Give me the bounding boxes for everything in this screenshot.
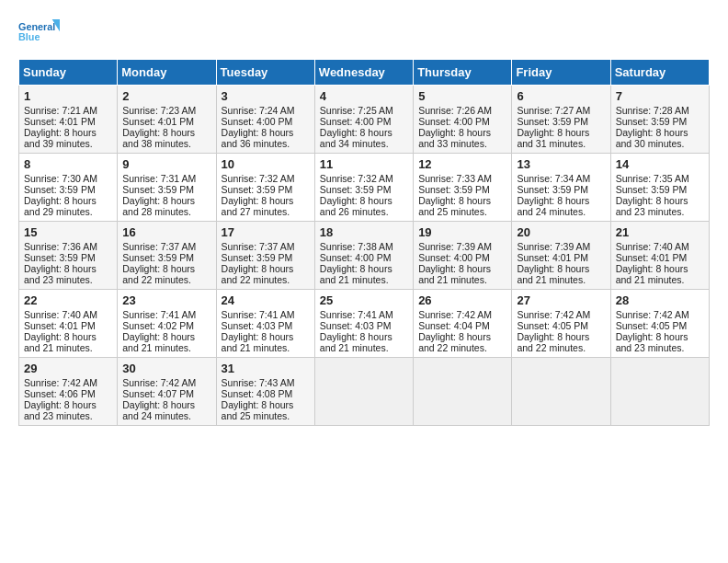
sunset-label: Sunset: 4:01 PM [616,252,688,263]
sunset-label: Sunset: 4:01 PM [24,320,96,331]
svg-text:Blue: Blue [18,31,40,42]
daylight-label: Daylight: 8 hours and 26 minutes. [320,195,392,217]
sunrise-label: Sunrise: 7:38 AM [320,241,393,252]
sunrise-label: Sunrise: 7:41 AM [122,309,196,320]
calendar-header-row: SundayMondayTuesdayWednesdayThursdayFrid… [19,60,710,86]
daylight-label: Daylight: 8 hours and 22 minutes. [122,263,195,285]
daylight-label: Daylight: 8 hours and 25 minutes. [418,195,491,217]
calendar-cell: 3 Sunrise: 7:24 AM Sunset: 4:00 PM Dayli… [216,86,314,154]
calendar-cell: 1 Sunrise: 7:21 AM Sunset: 4:01 PM Dayli… [19,86,118,154]
day-number: 14 [616,157,704,171]
sunrise-label: Sunrise: 7:23 AM [122,105,196,116]
sunrise-label: Sunrise: 7:28 AM [616,105,689,116]
calendar-cell: 19 Sunrise: 7:39 AM Sunset: 4:00 PM Dayl… [414,222,512,290]
logo: General Blue [18,15,64,52]
day-number: 23 [122,293,210,307]
day-number: 20 [517,225,605,239]
sunset-label: Sunset: 4:04 PM [418,320,490,331]
calendar-cell: 24 Sunrise: 7:41 AM Sunset: 4:03 PM Dayl… [216,290,314,358]
sunset-label: Sunset: 3:59 PM [616,184,688,195]
sunset-label: Sunset: 3:59 PM [222,184,293,195]
calendar-cell: 8 Sunrise: 7:30 AM Sunset: 3:59 PM Dayli… [19,154,118,222]
calendar-header-wednesday: Wednesday [314,60,413,86]
calendar-header-tuesday: Tuesday [216,60,314,86]
day-number: 9 [122,157,210,171]
sunrise-label: Sunrise: 7:41 AM [320,309,393,320]
daylight-label: Daylight: 8 hours and 21 minutes. [24,331,97,353]
calendar-week-row: 22 Sunrise: 7:40 AM Sunset: 4:01 PM Dayl… [19,290,710,358]
day-number: 12 [418,157,506,171]
day-number: 1 [24,89,112,103]
sunset-label: Sunset: 3:59 PM [24,184,96,195]
daylight-label: Daylight: 8 hours and 21 minutes. [320,263,392,285]
day-number: 15 [24,225,112,239]
day-number: 2 [122,89,210,103]
day-number: 11 [320,157,408,171]
daylight-label: Daylight: 8 hours and 27 minutes. [222,195,294,217]
day-number: 19 [418,225,506,239]
daylight-label: Daylight: 8 hours and 23 minutes. [616,331,688,353]
day-number: 18 [320,225,408,239]
day-number: 5 [418,89,506,103]
sunset-label: Sunset: 4:05 PM [616,320,688,331]
day-number: 29 [24,362,112,375]
sunset-label: Sunset: 3:59 PM [517,116,588,127]
day-number: 22 [24,293,112,307]
calendar-header-friday: Friday [512,60,610,86]
sunrise-label: Sunrise: 7:25 AM [320,105,393,116]
daylight-label: Daylight: 8 hours and 25 minutes. [222,399,294,421]
calendar-cell [314,358,413,426]
sunrise-label: Sunrise: 7:42 AM [616,309,689,320]
calendar-cell: 23 Sunrise: 7:41 AM Sunset: 4:02 PM Dayl… [118,290,216,358]
calendar-cell: 13 Sunrise: 7:34 AM Sunset: 3:59 PM Dayl… [512,154,610,222]
daylight-label: Daylight: 8 hours and 23 minutes. [616,195,688,217]
calendar-cell: 9 Sunrise: 7:31 AM Sunset: 3:59 PM Dayli… [118,154,216,222]
daylight-label: Daylight: 8 hours and 30 minutes. [616,127,688,149]
calendar-cell: 5 Sunrise: 7:26 AM Sunset: 4:00 PM Dayli… [414,86,512,154]
sunset-label: Sunset: 3:59 PM [122,184,194,195]
calendar-cell: 16 Sunrise: 7:37 AM Sunset: 3:59 PM Dayl… [118,222,216,290]
daylight-label: Daylight: 8 hours and 21 minutes. [122,331,195,353]
day-number: 21 [616,225,704,239]
calendar-cell: 22 Sunrise: 7:40 AM Sunset: 4:01 PM Dayl… [19,290,118,358]
sunset-label: Sunset: 4:00 PM [320,252,392,263]
calendar-header-monday: Monday [118,60,216,86]
sunset-label: Sunset: 4:03 PM [320,320,392,331]
daylight-label: Daylight: 8 hours and 21 minutes. [418,263,491,285]
daylight-label: Daylight: 8 hours and 36 minutes. [222,127,294,149]
day-number: 28 [616,293,704,307]
day-number: 30 [122,362,210,375]
sunset-label: Sunset: 3:59 PM [517,184,588,195]
sunrise-label: Sunrise: 7:39 AM [418,241,492,252]
sunset-label: Sunset: 4:02 PM [122,320,194,331]
day-number: 31 [222,362,310,375]
sunrise-label: Sunrise: 7:21 AM [24,105,97,116]
calendar-cell: 12 Sunrise: 7:33 AM Sunset: 3:59 PM Dayl… [414,154,512,222]
calendar-cell: 14 Sunrise: 7:35 AM Sunset: 3:59 PM Dayl… [610,154,709,222]
daylight-label: Daylight: 8 hours and 34 minutes. [320,127,392,149]
calendar-cell: 10 Sunrise: 7:32 AM Sunset: 3:59 PM Dayl… [216,154,314,222]
calendar-cell: 21 Sunrise: 7:40 AM Sunset: 4:01 PM Dayl… [610,222,709,290]
sunset-label: Sunset: 3:59 PM [122,252,194,263]
daylight-label: Daylight: 8 hours and 22 minutes. [222,263,294,285]
day-number: 4 [320,89,408,103]
sunset-label: Sunset: 3:59 PM [616,116,688,127]
calendar-cell: 17 Sunrise: 7:37 AM Sunset: 3:59 PM Dayl… [216,222,314,290]
day-number: 7 [616,89,704,103]
calendar-table: SundayMondayTuesdayWednesdayThursdayFrid… [18,59,710,426]
sunset-label: Sunset: 3:59 PM [418,184,490,195]
sunrise-label: Sunrise: 7:32 AM [320,173,393,184]
sunrise-label: Sunrise: 7:36 AM [24,241,97,252]
calendar-cell: 29 Sunrise: 7:42 AM Sunset: 4:06 PM Dayl… [19,358,118,426]
daylight-label: Daylight: 8 hours and 22 minutes. [517,331,589,353]
sunrise-label: Sunrise: 7:34 AM [517,173,590,184]
sunset-label: Sunset: 4:01 PM [122,116,194,127]
logo-svg: General Blue [18,15,64,52]
daylight-label: Daylight: 8 hours and 23 minutes. [24,399,97,421]
calendar-cell: 4 Sunrise: 7:25 AM Sunset: 4:00 PM Dayli… [314,86,413,154]
sunrise-label: Sunrise: 7:33 AM [418,173,492,184]
day-number: 6 [517,89,605,103]
sunset-label: Sunset: 4:06 PM [24,388,96,399]
sunset-label: Sunset: 4:07 PM [122,388,194,399]
day-number: 13 [517,157,605,171]
